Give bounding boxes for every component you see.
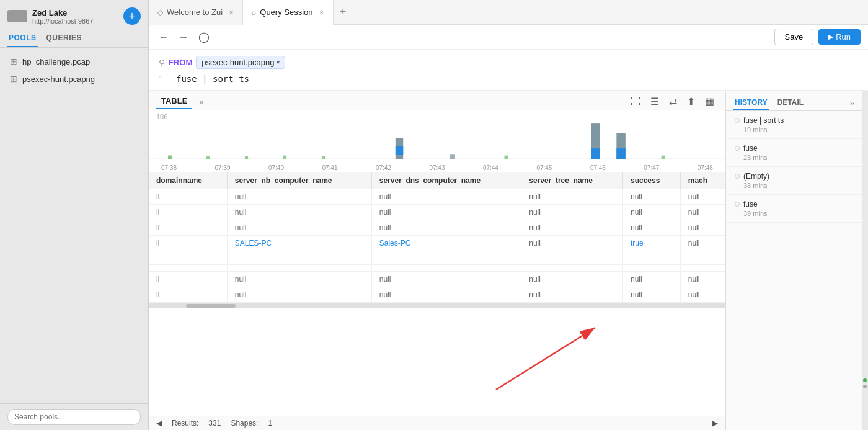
history-item[interactable]: (Empty)38 mins <box>726 167 862 195</box>
view-icon-columns[interactable]: ☰ <box>647 93 663 110</box>
view-icon-settings[interactable]: ⇄ <box>665 93 681 110</box>
view-expand-button[interactable]: » <box>195 96 207 108</box>
sidebar-tab-pools[interactable]: POOLS <box>7 30 38 47</box>
table-row[interactable]: llnullnullnullnullnull <box>149 220 725 236</box>
table-cell-success[interactable] <box>622 251 680 258</box>
table-cell-server_nb_computer_name[interactable]: SALES-PC <box>227 236 371 251</box>
table-cell-server_dns_computer_name[interactable]: null <box>371 287 521 303</box>
table-cell-server_dns_computer_name[interactable]: null <box>371 272 521 287</box>
table-row[interactable] <box>149 258 725 265</box>
table-cell-server_tree_name[interactable]: null <box>521 189 623 205</box>
table-row[interactable]: llnullnullnullnullnull <box>149 205 725 220</box>
table-cell-mach[interactable]: null <box>680 272 725 287</box>
table-cell-server_nb_computer_name[interactable]: null <box>227 205 371 220</box>
table-cell-server_tree_name[interactable]: null <box>521 220 623 236</box>
table-cell-server_dns_computer_name[interactable] <box>371 265 521 272</box>
table-container[interactable]: domainname server_nb_computer_name serve… <box>149 172 725 416</box>
table-row[interactable]: llnullnullnullnullnull <box>149 287 725 303</box>
table-cell-server_dns_computer_name[interactable] <box>371 251 521 258</box>
history-expand-button[interactable]: » <box>849 98 854 108</box>
table-cell-server_dns_computer_name[interactable]: Sales-PC <box>371 236 521 251</box>
table-cell-domainname[interactable]: ll <box>149 220 227 236</box>
table-cell-mach[interactable] <box>680 265 725 272</box>
run-button[interactable]: ▶ Run <box>818 29 861 45</box>
scroll-left-btn[interactable]: ◀ <box>156 419 162 428</box>
sidebar-tab-queries[interactable]: QUERIES <box>45 30 84 47</box>
nav-forward-button[interactable]: → <box>176 30 191 44</box>
table-cell-success[interactable]: null <box>622 220 680 236</box>
table-cell-mach[interactable]: null <box>680 220 725 236</box>
table-cell-domainname[interactable]: ll <box>149 205 227 220</box>
from-value-selector[interactable]: psexec-hunt.pcapng ▾ <box>196 56 285 69</box>
table-cell-mach[interactable]: null <box>680 189 725 205</box>
tab-welcome[interactable]: ◇ Welcome to Zui × <box>149 0 243 25</box>
table-cell-server_tree_name[interactable]: null <box>521 287 623 303</box>
table-cell-server_nb_computer_name[interactable]: null <box>227 189 371 205</box>
new-tab-button[interactable]: + <box>334 6 353 19</box>
table-cell-domainname[interactable]: ll <box>149 189 227 205</box>
table-cell-success[interactable]: null <box>622 205 680 220</box>
table-row[interactable]: llnullnullnullnullnull <box>149 189 725 205</box>
table-cell-domainname[interactable]: ll <box>149 236 227 251</box>
tab-welcome-close[interactable]: × <box>229 7 234 17</box>
view-icon-filter[interactable]: ⛶ <box>627 94 644 110</box>
history-tab-history[interactable]: HISTORY <box>733 96 769 110</box>
history-item[interactable]: fuse | sort ts19 mins <box>726 111 862 139</box>
table-cell-server_nb_computer_name[interactable] <box>227 251 371 258</box>
view-icon-grid[interactable]: ▦ <box>701 93 718 110</box>
save-button[interactable]: Save <box>774 29 814 45</box>
table-cell-server_dns_computer_name[interactable]: null <box>371 205 521 220</box>
table-row[interactable]: llnullnullnullnullnull <box>149 272 725 287</box>
scrollbar-thumb[interactable] <box>186 304 236 308</box>
horizontal-scrollbar[interactable] <box>149 303 725 308</box>
table-cell-mach[interactable]: null <box>680 205 725 220</box>
table-cell-success[interactable] <box>622 265 680 272</box>
table-cell-domainname[interactable] <box>149 251 227 258</box>
search-pools-input[interactable] <box>7 409 141 425</box>
table-cell-mach[interactable]: null <box>680 236 725 251</box>
table-cell-server_nb_computer_name[interactable]: null <box>227 287 371 303</box>
table-cell-server_nb_computer_name[interactable]: null <box>227 220 371 236</box>
query-text[interactable]: fuse | sort ts <box>176 74 249 84</box>
table-cell-server_nb_computer_name[interactable]: null <box>227 272 371 287</box>
table-row[interactable] <box>149 265 725 272</box>
table-cell-server_dns_computer_name[interactable] <box>371 258 521 265</box>
pool-item-hp[interactable]: ⊞ hp_challenge.pcap <box>0 53 148 70</box>
history-tab-detail[interactable]: DETAIL <box>776 96 805 110</box>
view-tab-table[interactable]: TABLE <box>156 94 192 109</box>
table-cell-server_tree_name[interactable]: null <box>521 272 623 287</box>
table-cell-success[interactable]: null <box>622 287 680 303</box>
table-cell-domainname[interactable]: ll <box>149 272 227 287</box>
table-cell-server_nb_computer_name[interactable] <box>227 258 371 265</box>
tab-query-close[interactable]: × <box>319 7 324 17</box>
table-cell-server_tree_name[interactable]: null <box>521 205 623 220</box>
table-cell-server_tree_name[interactable] <box>521 251 623 258</box>
table-cell-server_tree_name[interactable]: null <box>521 236 623 251</box>
table-cell-domainname[interactable] <box>149 265 227 272</box>
table-cell-mach[interactable] <box>680 251 725 258</box>
add-pool-button[interactable]: + <box>123 7 141 25</box>
table-cell-domainname[interactable]: ll <box>149 287 227 303</box>
scroll-right-btn[interactable]: ▶ <box>712 419 718 428</box>
tab-query-session[interactable]: ⌕ Query Session × <box>243 0 333 25</box>
table-cell-success[interactable]: null <box>622 272 680 287</box>
table-cell-success[interactable] <box>622 258 680 265</box>
table-cell-mach[interactable]: null <box>680 287 725 303</box>
nav-back-button[interactable]: ← <box>156 30 171 44</box>
table-row[interactable]: llSALES-PCSales-PCnulltruenull <box>149 236 725 251</box>
table-cell-server_dns_computer_name[interactable]: null <box>371 220 521 236</box>
table-row[interactable] <box>149 251 725 258</box>
table-cell-server_dns_computer_name[interactable]: null <box>371 189 521 205</box>
table-cell-success[interactable]: null <box>622 189 680 205</box>
table-cell-mach[interactable] <box>680 258 725 265</box>
table-cell-server_nb_computer_name[interactable] <box>227 265 371 272</box>
history-item[interactable]: fuse23 mins <box>726 139 862 167</box>
table-cell-server_tree_name[interactable] <box>521 258 623 265</box>
table-cell-server_tree_name[interactable] <box>521 265 623 272</box>
table-cell-success[interactable]: true <box>622 236 680 251</box>
history-item[interactable]: fuse39 mins <box>726 195 862 223</box>
table-cell-domainname[interactable] <box>149 258 227 265</box>
history-button[interactable]: ◯ <box>196 30 212 44</box>
pool-item-psexec[interactable]: ⊞ psexec-hunt.pcapng <box>0 70 148 87</box>
view-icon-export[interactable]: ⬆ <box>683 93 699 110</box>
